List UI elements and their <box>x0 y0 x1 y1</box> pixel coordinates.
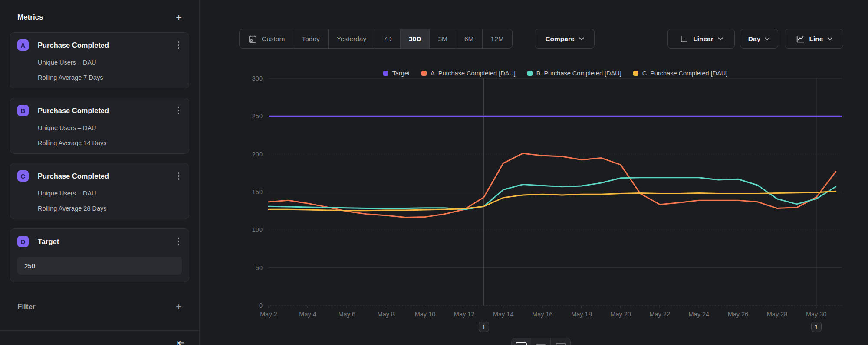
x-axis-tick-label: May 18 <box>571 311 592 318</box>
filter-section-title: Filter <box>17 303 36 311</box>
metric-rollup-c: Rolling Average 28 Days <box>38 205 182 212</box>
metric-title-b: Purchase Completed <box>38 107 175 115</box>
annotation-badge[interactable]: 1 <box>479 322 489 332</box>
metric-card-a[interactable]: A Purchase Completed Unique Users – DAU … <box>10 32 189 88</box>
sidebar-divider <box>0 330 200 331</box>
metric-card-c-title-row: C Purchase Completed <box>17 170 182 182</box>
x-axis-tick-label: May 30 <box>806 311 827 318</box>
metric-measure-a: Unique Users – DAU <box>38 59 182 66</box>
more-options-icon[interactable] <box>175 39 182 51</box>
x-axis-tick-label: May 6 <box>338 311 355 318</box>
x-axis-tick-label: May 20 <box>610 311 631 318</box>
x-axis-tick-label: May 4 <box>299 311 316 318</box>
chart-panel: Custom Today Yesterday 7D 30D 3M 6M 12M … <box>200 0 868 345</box>
chart-size-small-button[interactable] <box>551 338 570 345</box>
filter-header: Filter + <box>10 291 189 311</box>
metrics-dashboard: Metrics + A Purchase Completed Unique Us… <box>0 0 868 345</box>
metric-measure-b: Unique Users – DAU <box>38 124 182 131</box>
collapse-sidebar-icon[interactable]: ⇤ <box>177 337 185 345</box>
metric-badge-c: C <box>17 170 29 182</box>
y-axis-tick-label: 200 <box>252 151 263 158</box>
metric-badge-d: D <box>17 236 29 247</box>
x-axis-tick-label: May 8 <box>378 311 395 318</box>
more-options-icon[interactable] <box>175 236 182 247</box>
chart-size-medium-button[interactable] <box>531 338 551 345</box>
add-filter-icon[interactable]: + <box>176 303 182 311</box>
metric-card-c[interactable]: C Purchase Completed Unique Users – DAU … <box>10 163 189 219</box>
metric-badge-b: B <box>17 105 29 116</box>
annotation-badge[interactable]: 1 <box>811 322 822 332</box>
metric-card-b[interactable]: B Purchase Completed Unique Users – DAU … <box>10 98 189 154</box>
metric-title-c: Purchase Completed <box>38 172 175 180</box>
metric-badge-a: A <box>17 39 29 51</box>
x-axis-tick-label: May 26 <box>728 311 749 318</box>
x-axis-tick-label: May 28 <box>767 311 788 318</box>
y-axis-tick-label: 150 <box>252 189 263 195</box>
metric-measure-c: Unique Users – DAU <box>38 190 182 197</box>
metric-card-b-title-row: B Purchase Completed <box>17 105 182 116</box>
y-axis-tick-label: 50 <box>256 264 263 271</box>
small-chart-icon <box>556 343 566 345</box>
target-value-input[interactable]: 250 <box>17 257 182 275</box>
x-axis-tick-label: May 24 <box>689 311 710 318</box>
add-metric-icon[interactable]: + <box>176 13 182 21</box>
y-axis-tick-label: 0 <box>259 302 263 309</box>
metrics-sidebar: Metrics + A Purchase Completed Unique Us… <box>0 0 200 345</box>
y-axis-tick-label: 100 <box>252 226 263 233</box>
x-axis-tick-label: May 22 <box>649 311 670 318</box>
x-axis-tick-label: May 2 <box>260 311 277 318</box>
target-card-title-row: D Target <box>17 236 182 247</box>
target-card[interactable]: D Target 250 <box>10 228 189 282</box>
x-axis-tick-label: May 10 <box>415 311 436 318</box>
x-axis-tick-label: May 14 <box>493 311 514 318</box>
metric-card-a-title-row: A Purchase Completed <box>17 39 182 51</box>
large-chart-icon <box>516 342 527 345</box>
metrics-header: Metrics + <box>10 0 189 32</box>
target-title: Target <box>38 238 175 246</box>
metric-rollup-a: Rolling Average 7 Days <box>38 74 182 81</box>
metrics-section-title: Metrics <box>17 13 43 22</box>
y-axis-tick-label: 300 <box>252 75 263 82</box>
line-chart[interactable]: 050100150200250300May 2May 4May 6May 8Ma… <box>200 0 868 345</box>
metric-title-a: Purchase Completed <box>38 41 175 49</box>
chart-size-large-button[interactable] <box>512 338 531 345</box>
more-options-icon[interactable] <box>175 170 182 182</box>
x-axis-tick-label: May 16 <box>532 311 553 318</box>
metric-rollup-b: Rolling Average 14 Days <box>38 140 182 146</box>
x-axis-tick-label: May 12 <box>454 311 475 318</box>
y-axis-tick-label: 250 <box>252 113 263 120</box>
chart-size-switcher <box>511 338 571 345</box>
more-options-icon[interactable] <box>175 105 182 116</box>
